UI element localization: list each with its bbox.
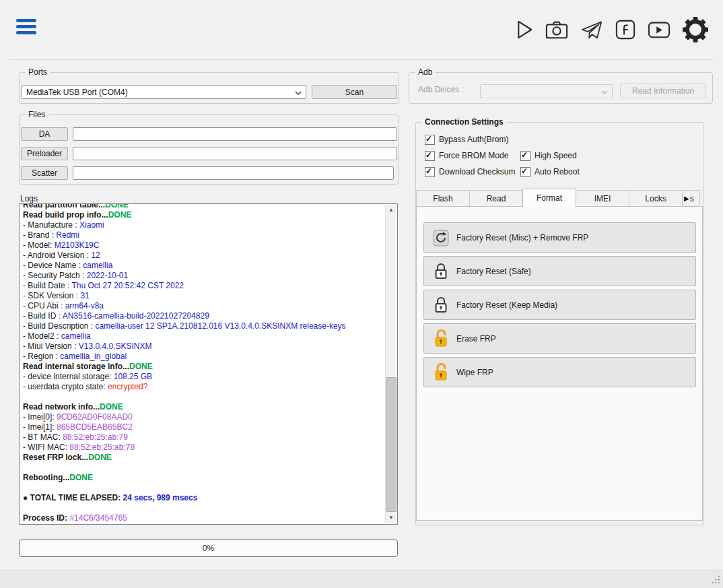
- topbar-icons: [516, 15, 708, 44]
- log-line: - SDK Version : 31: [23, 291, 384, 301]
- log-line: Process ID: #14C6/3454765: [23, 513, 384, 523]
- checkbox-auto-reboot[interactable]: Auto Reboot: [520, 166, 580, 177]
- app-window: Ports MediaTek USB Port (COM4) Scan Adb …: [0, 0, 723, 588]
- log-line: - Build Date : Thu Oct 27 20:52:42 CST 2…: [23, 281, 384, 291]
- tab-strip: Flash Read Format IMEI Locks ▶ s: [416, 188, 703, 206]
- tab-locks[interactable]: Locks: [629, 190, 683, 206]
- preloader-button[interactable]: Preloader: [21, 147, 68, 160]
- log-line: - userdata crypto state: encrypted?: [23, 382, 384, 392]
- tab-partial[interactable]: ▶ s: [682, 190, 700, 206]
- log-line: - Manufacture : Xiaomi: [23, 220, 384, 230]
- log-area[interactable]: Read partition table...DONERead build pr…: [19, 203, 398, 525]
- checkbox-box[interactable]: [425, 135, 435, 145]
- settings-gear-icon[interactable]: [683, 17, 708, 42]
- port-select[interactable]: MediaTek USB Port (COM4): [22, 85, 306, 99]
- scatter-file-input[interactable]: [73, 166, 394, 180]
- scan-button[interactable]: Scan: [312, 85, 397, 99]
- logs-label: Logs: [20, 194, 38, 203]
- checkbox-box[interactable]: [520, 151, 530, 161]
- log-line: - Brand : Redmi: [23, 230, 384, 240]
- checkbox-box[interactable]: [425, 167, 435, 177]
- log-line: [23, 503, 384, 513]
- log-line: ● TOTAL TIME ELAPSED: 24 secs, 989 msecs: [23, 493, 384, 503]
- tab-read[interactable]: Read: [469, 190, 523, 206]
- log-line: Read build prop info...DONE: [23, 210, 384, 220]
- log-line: - Build ID : AN3516-camellia-build-20221…: [23, 311, 384, 321]
- log-scrollbar[interactable]: ▲ ▼: [385, 205, 397, 523]
- tab-partial-label: s: [690, 191, 694, 207]
- adb-group: Adb Adb Deices : Read Information: [409, 72, 713, 104]
- log-line: - Android Version : 12: [23, 251, 384, 261]
- preloader-file-input[interactable]: [73, 147, 397, 160]
- resize-grip[interactable]: [712, 575, 720, 586]
- log-line: - Imei[1]: 865BCD5EAB65BC2: [23, 422, 384, 432]
- tab-scroll-right-icon[interactable]: ▶: [684, 191, 689, 207]
- topbar-divider: [9, 59, 714, 60]
- log-line: - CPU Abi : arm64-v8a: [23, 301, 384, 311]
- unlock-orange-icon: [432, 329, 450, 349]
- progress-bar: 0%: [19, 540, 398, 557]
- adb-device-select: [480, 84, 613, 98]
- footer-strip: [0, 570, 723, 588]
- tab-imei[interactable]: IMEI: [576, 190, 629, 206]
- log-line: Reset FRP lock...DONE: [23, 453, 384, 463]
- action-factory-reset-safe[interactable]: Factory Reset (Safe): [423, 256, 696, 286]
- checkbox-label: Auto Reboot: [535, 167, 580, 176]
- log-line: [23, 483, 384, 493]
- log-line: Read network info...DONE: [23, 402, 384, 412]
- log-content: Read partition table...DONERead build pr…: [23, 203, 384, 523]
- camera-icon[interactable]: [545, 19, 568, 40]
- refresh-icon: [432, 229, 450, 247]
- chevron-down-icon: [601, 87, 608, 96]
- log-line: - Device Name : camellia: [23, 261, 384, 271]
- action-wipe-frp[interactable]: Wipe FRP: [423, 357, 696, 387]
- facebook-icon[interactable]: [615, 19, 635, 40]
- scrollbar-thumb[interactable]: [386, 377, 397, 512]
- log-line: - Miui Version : V13.0.4.0.SKSINXM: [23, 341, 384, 352]
- tab-format[interactable]: Format: [522, 189, 576, 207]
- connection-settings-group: Connection Settings Bypass Auth(Brom) Fo…: [415, 122, 703, 525]
- checkbox-force-brom[interactable]: Force BROM Mode: [425, 150, 508, 161]
- files-group-title: Files: [25, 110, 48, 119]
- scatter-button[interactable]: Scatter: [21, 166, 68, 180]
- action-label: Factory Reset (Safe): [456, 267, 531, 276]
- telegram-icon[interactable]: [580, 19, 603, 40]
- action-factory-reset-keep-media[interactable]: Factory Reset (Keep Media): [423, 290, 696, 320]
- action-erase-frp[interactable]: Erase FRP: [423, 323, 696, 354]
- adb-group-title: Adb: [415, 67, 436, 77]
- scroll-up-arrow-icon[interactable]: ▲: [386, 205, 397, 216]
- lock-icon: [432, 296, 450, 315]
- checkbox-box[interactable]: [425, 151, 435, 161]
- topbar: [0, 0, 723, 59]
- connection-settings-title: Connection Settings: [421, 117, 507, 127]
- log-line: [23, 392, 384, 402]
- checkbox-label: Bypass Auth(Brom): [439, 135, 508, 144]
- log-line: Read partition table...DONE: [23, 203, 384, 210]
- ports-group-title: Ports: [25, 67, 50, 77]
- da-button[interactable]: DA: [21, 127, 68, 141]
- log-line: [23, 463, 384, 473]
- files-group: Files DA Preloader Scatter: [19, 115, 399, 185]
- action-factory-reset-misc-remove-frp[interactable]: Factory Reset (Misc) + Remove FRP: [423, 222, 696, 253]
- da-file-input[interactable]: [73, 127, 397, 141]
- format-tab-panel: Factory Reset (Misc) + Remove FRP Factor…: [416, 206, 703, 521]
- log-line: - Imei[0]: 9CD62AD0F08AAD0: [23, 412, 384, 422]
- hamburger-menu-icon[interactable]: [16, 19, 38, 37]
- chevron-down-icon: [295, 88, 302, 97]
- log-line: - Region : camellia_in_global: [23, 352, 384, 362]
- tab-flash[interactable]: Flash: [416, 190, 470, 206]
- checkbox-download-checksum[interactable]: Download Checksum: [425, 166, 515, 177]
- action-label: Erase FRP: [456, 334, 496, 344]
- checkbox-label: High Speed: [535, 151, 577, 160]
- read-information-button: Read Information: [620, 84, 706, 98]
- checkbox-bypass-auth[interactable]: Bypass Auth(Brom): [425, 134, 508, 145]
- log-line: - Model2 : camellia: [23, 331, 384, 341]
- checkbox-label: Download Checksum: [439, 167, 515, 176]
- checkbox-high-speed[interactable]: High Speed: [520, 150, 577, 161]
- log-line: - BT MAC: 88:52:eb:25:ab:79: [23, 432, 384, 443]
- checkbox-box[interactable]: [520, 167, 530, 177]
- play-icon[interactable]: [516, 19, 533, 40]
- ports-group: Ports MediaTek USB Port (COM4) Scan: [19, 72, 399, 104]
- scroll-down-arrow-icon[interactable]: ▼: [386, 513, 397, 523]
- youtube-icon[interactable]: [648, 20, 670, 40]
